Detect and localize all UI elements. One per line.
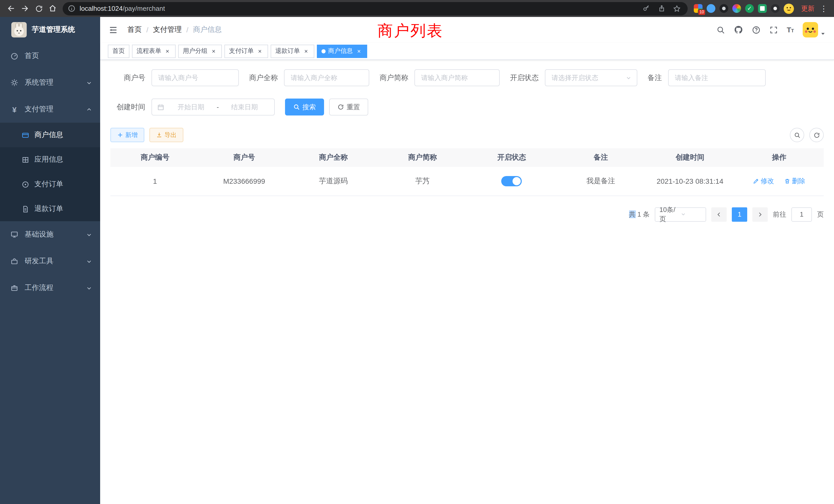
pagination-total: 共 1 条 [629,210,650,219]
search-button[interactable]: 搜索 [285,98,324,115]
reset-button[interactable]: 重置 [329,98,368,115]
sidebar-collapse-icon[interactable] [108,25,118,35]
help-icon[interactable] [752,25,761,34]
export-button-label: 导出 [164,131,177,139]
sidebar-item-infrastructure[interactable]: 基础设施 [0,221,100,248]
app-shell: 芋道管理系统 首页 系统管理 ¥ 支付管理 [0,17,834,504]
sidebar-item-refund-orders[interactable]: 退款订单 [0,197,100,221]
goto-page-input[interactable] [791,207,812,222]
dashboard-icon [10,52,19,60]
close-icon[interactable]: × [256,47,263,55]
breadcrumb-payment[interactable]: 支付管理 [153,25,182,35]
filter-merchant-short-name: 商户简称 [379,69,500,86]
browser-menu-icon[interactable]: ⋮ [820,4,828,13]
tab-merchant-info[interactable]: 商户信息× [317,44,367,58]
field-label: 开启状态 [510,73,539,83]
filter-remark: 备注 [648,69,766,86]
browser-forward-button[interactable] [18,2,32,16]
search-icon[interactable] [717,25,725,34]
status-toggle[interactable] [502,176,522,186]
table-header-row: 商户编号 商户号 商户全称 商户简称 开启状态 备注 创建时间 操作 [110,148,824,167]
tab-label: 首页 [112,47,125,55]
sidebar-item-merchant-info[interactable]: 商户信息 [0,123,100,147]
tab-payment-orders[interactable]: 支付订单× [224,44,268,58]
extension-check-icon[interactable]: ✓ [745,4,754,13]
page-number-button[interactable]: 1 [732,207,747,222]
merchant-short-name-input[interactable] [414,69,500,86]
sidebar-logo[interactable]: 芋道管理系统 [0,17,100,43]
sidebar-item-payment-orders[interactable]: 支付订单 [0,172,100,197]
close-icon[interactable]: × [164,47,171,55]
sidebar-item-dev-tools[interactable]: 研发工具 [0,248,100,275]
total-count: 1 [637,210,641,218]
next-page-button[interactable] [752,207,768,222]
page-size-select[interactable]: 10条/页 [655,207,706,222]
export-button[interactable]: 导出 [150,128,183,142]
tab-refund-orders[interactable]: 退款订单× [271,44,314,58]
sidebar-item-label: 系统管理 [25,78,53,87]
chevron-down-icon [86,232,92,237]
date-range-picker[interactable]: 开始日期 - 结束日期 [152,98,275,115]
merchant-full-name-input[interactable] [284,69,369,86]
refresh-table-button[interactable] [809,128,824,142]
edit-link[interactable]: 修改 [753,177,774,186]
close-icon[interactable]: × [355,47,363,55]
remark-input[interactable] [668,69,766,86]
sidebar-item-payment[interactable]: ¥ 支付管理 [0,96,100,123]
active-dot [322,49,326,53]
extension-paw-icon[interactable] [771,4,780,13]
extension-emoji-icon[interactable] [784,3,794,14]
sidebar-item-app-info[interactable]: 应用信息 [0,147,100,172]
tab-user-group[interactable]: 用户分组× [178,44,222,58]
pagination: 共 1 条 10条/页 1 前往 页 [110,207,824,222]
extension-puzzle-icon[interactable]: 10 [694,4,703,13]
page-content: 商户号 商户全称 商户简称 开启状态 请选择开启状态 [100,60,834,504]
circle-dot-icon [22,180,29,188]
browser-refresh-button[interactable] [32,2,46,16]
url-host: localhost:1024 [80,5,123,12]
navbar-actions: TT [717,22,826,38]
goto-unit: 页 [817,210,824,219]
page-size-value: 10条/页 [659,205,680,224]
bookmark-star-icon[interactable] [671,3,682,14]
tab-process-form[interactable]: 流程表单× [132,44,176,58]
browser-back-button[interactable] [4,2,18,16]
extension-color-wheel-icon[interactable] [732,4,741,13]
tab-home[interactable]: 首页 [108,44,129,58]
share-icon[interactable] [656,3,667,14]
toggle-search-button[interactable] [790,128,804,142]
extension-drop-icon[interactable] [707,4,716,13]
merchant-table: 商户编号 商户号 商户全称 商户简称 开启状态 备注 创建时间 操作 1 [110,148,824,196]
status-select[interactable]: 请选择开启状态 [545,69,637,86]
add-button[interactable]: 新增 [110,128,144,142]
field-label: 创建时间 [110,102,145,112]
browser-home-button[interactable] [46,2,60,16]
browser-update-button[interactable]: 更新 [801,4,814,13]
github-icon[interactable] [734,25,743,35]
delete-link[interactable]: 删除 [784,177,805,186]
user-menu[interactable] [803,22,826,38]
close-icon[interactable]: × [210,47,217,55]
chevron-down-icon [626,75,632,81]
password-key-icon[interactable] [640,3,652,14]
logo-rabbit-avatar [11,22,27,38]
site-info-icon[interactable] [68,5,75,12]
extension-dark-icon[interactable] [720,4,728,13]
extension-notes-icon[interactable] [758,4,767,13]
font-size-icon[interactable]: TT [787,26,794,33]
arrow-left-icon [7,4,16,13]
address-bar[interactable]: localhost:1024/pay/merchant [63,2,688,15]
total-suffix: 条 [643,210,650,218]
sidebar-item-system[interactable]: 系统管理 [0,69,100,96]
chevron-up-icon [86,107,92,112]
close-icon[interactable]: × [303,47,310,55]
sidebar-item-workflow[interactable]: 工作流程 [0,275,100,301]
refresh-icon [813,132,820,138]
sidebar-item-home[interactable]: 首页 [0,43,100,69]
sidebar-item-label: 商户信息 [35,130,63,140]
merchant-no-input[interactable] [152,69,239,86]
fullscreen-icon[interactable] [769,25,778,34]
breadcrumb-home[interactable]: 首页 [127,25,142,35]
filter-create-time: 创建时间 开始日期 - 结束日期 [110,98,275,115]
prev-page-button[interactable] [711,207,727,222]
